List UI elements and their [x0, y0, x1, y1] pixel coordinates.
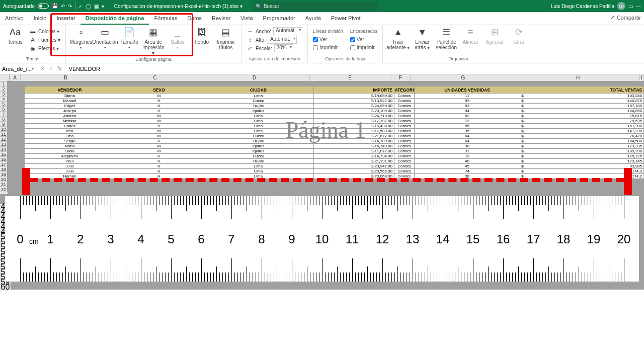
table-cell[interactable]: M [115, 144, 203, 149]
enviar-atras-button[interactable]: ▼Enviar atrás ▾ [410, 26, 434, 51]
table-cell[interactable]: 125,725 [525, 154, 644, 159]
share-button[interactable]: ↗ Compartir [610, 14, 641, 21]
ribbon-mode-icon[interactable]: ▭ [628, 4, 633, 9]
table-cell[interactable]: Lima [203, 94, 314, 99]
table-cell[interactable]: $ [520, 129, 525, 134]
table-header-cell[interactable]: CIUDAD [203, 86, 314, 94]
col-header-H[interactable]: H [516, 74, 640, 81]
table-cell[interactable]: $ [520, 144, 525, 149]
row-header[interactable]: 19 [0, 172, 8, 177]
undo-icon[interactable]: ↶ [61, 4, 65, 9]
table-cell[interactable]: S/17,583.00 [314, 129, 394, 134]
traer-adelante-button[interactable]: ▲Traer adelante ▾ [386, 26, 410, 51]
table-cell[interactable]: Iquitos [203, 149, 314, 154]
table-cell[interactable]: Cómics [394, 104, 415, 109]
table-cell[interactable]: 109,290 [525, 149, 644, 154]
table-cell[interactable]: Cómics [394, 119, 415, 124]
table-cell[interactable]: Trujillo [203, 104, 314, 109]
row-header[interactable]: 5 [0, 102, 8, 107]
table-cell[interactable]: Carlos [25, 124, 115, 129]
encab-imprimir-checkbox[interactable]: Imprimir [350, 44, 378, 51]
table-cell[interactable]: $ [520, 99, 525, 104]
formula-input[interactable]: VENDEDOR [66, 66, 644, 72]
table-cell[interactable]: Trujillo [203, 139, 314, 144]
table-cell[interactable]: M [115, 94, 203, 99]
table-header-cell[interactable]: SEXO [115, 86, 203, 94]
row-header[interactable]: 3 [0, 92, 8, 97]
table-cell[interactable]: María [25, 144, 115, 149]
col-header-G[interactable]: G [411, 74, 516, 81]
col-header-C[interactable]: C [111, 74, 199, 81]
row-header[interactable]: 60 [0, 285, 11, 290]
user-name[interactable]: Luis Diego Cardenas Padilla [551, 4, 614, 9]
table-cell[interactable]: 55 [415, 124, 520, 129]
tab-ayuda[interactable]: Ayuda [300, 12, 326, 25]
table-cell[interactable]: 35 [415, 129, 520, 134]
row-header[interactable]: 17 [0, 162, 8, 167]
row-header[interactable]: 9 [0, 122, 8, 127]
table-cell[interactable]: $ [520, 154, 525, 159]
table-cell[interactable]: 38 [415, 144, 520, 149]
table-cell[interactable]: Lima [203, 119, 314, 124]
autoguardado-toggle[interactable] [38, 4, 49, 9]
table-cell[interactable]: Cómics [394, 124, 415, 129]
circle-icon[interactable]: ◯ [86, 4, 91, 9]
fondo-button[interactable]: 🖼Fondo [190, 26, 214, 46]
table-cell[interactable]: Cómics [394, 139, 415, 144]
redo-icon[interactable]: ↷ [68, 4, 72, 9]
table-cell[interactable]: 173,335 [525, 144, 644, 149]
table-cell[interactable]: 76,470 [525, 134, 644, 139]
col-header-E[interactable]: E [310, 74, 390, 81]
table-cell[interactable]: $ [520, 139, 525, 144]
table-header-cell[interactable]: ATEGORI [394, 86, 415, 94]
table-cell[interactable]: Diana [25, 94, 115, 99]
table-cell[interactable]: Julio [25, 164, 115, 169]
table-cell[interactable]: Cómics [394, 149, 415, 154]
table-cell[interactable]: H [115, 159, 203, 164]
table-cell[interactable]: H [115, 154, 203, 159]
table-cell[interactable]: S/14,789.00 [314, 139, 394, 144]
table-cell[interactable]: 173,145 [525, 159, 644, 164]
table-cell[interactable]: M [115, 119, 203, 124]
table-cell[interactable]: M [115, 149, 203, 154]
row-header[interactable]: 20 [0, 177, 8, 182]
table-cell[interactable]: Lima [203, 164, 314, 169]
table-cell[interactable]: 72 [415, 119, 520, 124]
table-cell[interactable]: Manuel [25, 99, 115, 104]
tab-revisar[interactable]: Revisar [207, 12, 235, 25]
table-cell[interactable]: Cómics [394, 99, 415, 104]
table-cell[interactable]: 79,535 [525, 119, 644, 124]
row-header[interactable]: 7 [0, 112, 8, 117]
table-header-cell[interactable]: TOTAL VENTAS [525, 86, 644, 94]
name-box[interactable]: Área_de_i... [0, 63, 36, 74]
table-cell[interactable]: Iquitos [203, 144, 314, 149]
table-cell[interactable]: S/14,749.00 [314, 144, 394, 149]
table-cell[interactable]: S/13,927.00 [314, 99, 394, 104]
table-cell[interactable]: H [115, 109, 203, 114]
table-cell[interactable]: S/28,109.00 [314, 109, 394, 114]
table-cell[interactable]: 141,230 [525, 129, 644, 134]
encab-ver-checkbox[interactable]: Ver [350, 36, 378, 43]
row-header[interactable]: 1 [0, 81, 8, 86]
table-cell[interactable]: S/14,734.00 [314, 154, 394, 159]
table-cell[interactable]: 64 [415, 139, 520, 144]
table-cell[interactable]: 40 [415, 159, 520, 164]
table-cell[interactable]: Andrea [25, 114, 115, 119]
table-header-cell[interactable] [520, 86, 525, 94]
temas-button[interactable]: Aa Temas [3, 26, 27, 46]
table-cell[interactable]: 64 [415, 134, 520, 139]
tamano-button[interactable]: 📄Tamaño▾ [117, 26, 141, 51]
table-cell[interactable]: Iquitos [203, 109, 314, 114]
row-header[interactable]: 18 [0, 167, 8, 172]
row-header[interactable]: 10 [0, 127, 8, 132]
grid-icon[interactable]: ▦ [94, 4, 99, 9]
table-cell[interactable]: 19 [415, 154, 520, 159]
table-cell[interactable]: $ [520, 119, 525, 124]
table-cell[interactable]: S/17,397.00 [314, 119, 394, 124]
table-cell[interactable]: H [115, 104, 203, 109]
row-header[interactable]: 21 [0, 182, 8, 187]
alto-combo[interactable]: Automát. [268, 36, 297, 44]
table-cell[interactable]: Ema [25, 134, 115, 139]
efectos-button[interactable]: ◉Efectos ▾ [29, 44, 60, 52]
table-cell[interactable]: 164,580 [525, 139, 644, 144]
